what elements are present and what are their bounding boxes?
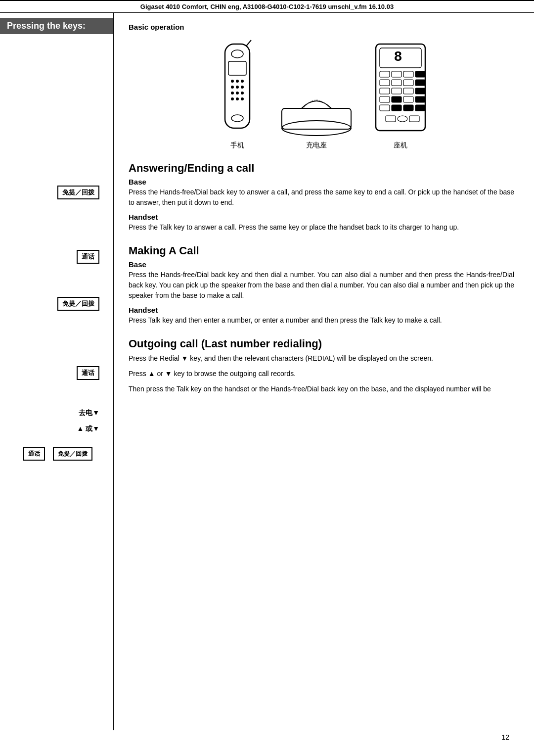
- svg-point-14: [241, 97, 244, 100]
- making-call-section: Making A Call Base Press the Hands-free/…: [129, 244, 514, 326]
- outgoing-label1: 去电▼: [79, 409, 106, 418]
- base-label: 座机: [394, 141, 407, 150]
- left-column: Pressing the keys: 免提／回拨 通话 免提／回拨: [0, 13, 114, 730]
- svg-rect-25: [415, 71, 425, 77]
- svg-rect-39: [392, 105, 401, 111]
- svg-rect-43: [398, 116, 407, 122]
- section-title: Pressing the keys:: [0, 18, 113, 34]
- answer-handset-key-container: 通话: [0, 247, 113, 267]
- svg-rect-30: [380, 88, 390, 94]
- svg-rect-22: [380, 71, 390, 77]
- header-text: Gigaset 4010 Comfort, CHIN eng, A31008-G…: [140, 3, 394, 10]
- svg-rect-27: [392, 80, 401, 86]
- making-handset-key: 通话: [77, 366, 99, 380]
- handset-svg: [213, 39, 262, 138]
- outgoing-text1: Press the Redial ▼ key, and then the rel…: [129, 353, 514, 364]
- svg-rect-34: [380, 96, 390, 102]
- base-figure: 8: [371, 39, 430, 150]
- svg-rect-33: [415, 88, 425, 94]
- making-base-key-container: 免提／回拨: [0, 294, 113, 314]
- answer-base-key: 免提／回拨: [57, 186, 99, 199]
- svg-rect-24: [403, 71, 413, 77]
- svg-rect-18: [282, 108, 351, 129]
- answering-handset-label: Handset: [129, 213, 514, 221]
- svg-point-10: [236, 92, 239, 94]
- handset-label: 手机: [230, 141, 244, 150]
- svg-rect-23: [392, 71, 401, 77]
- svg-point-4: [236, 80, 239, 83]
- svg-point-15: [231, 115, 243, 122]
- svg-rect-2: [228, 61, 246, 75]
- outgoing-label2-container: ▲ 或▼: [0, 424, 113, 434]
- svg-rect-44: [409, 116, 419, 122]
- outgoing-label2: ▲ 或▼: [77, 425, 106, 433]
- svg-rect-36: [403, 96, 413, 102]
- base-svg: 8: [371, 39, 430, 138]
- charger-figure: 充电座: [277, 79, 356, 150]
- phone-images: 手机 充电座: [129, 39, 514, 150]
- svg-text:8: 8: [394, 48, 402, 64]
- outgoing-text2: Press ▲ or ▼ key to browse the outgoing …: [129, 369, 514, 379]
- making-base-text: Press the Hands-free/Dial back key and t…: [129, 270, 514, 301]
- svg-rect-37: [415, 96, 425, 102]
- answering-base-text: Press the Hands-free/Dial back key to an…: [129, 187, 514, 208]
- svg-rect-31: [392, 88, 401, 94]
- making-heading: Making A Call: [129, 244, 514, 257]
- basic-op-title: Basic operation: [129, 23, 514, 31]
- outgoing-text3: Then press the Talk key on the handset o…: [129, 384, 514, 394]
- right-column: Basic operation: [114, 13, 534, 730]
- svg-point-6: [231, 86, 234, 89]
- making-handset-label: Handset: [129, 306, 514, 314]
- charger-svg: [277, 79, 356, 138]
- svg-point-13: [236, 97, 239, 100]
- svg-rect-42: [386, 116, 396, 122]
- outgoing-label1-container: 去电▼: [0, 408, 113, 419]
- svg-point-8: [241, 86, 244, 89]
- main-layout: Pressing the keys: 免提／回拨 通话 免提／回拨: [0, 13, 534, 730]
- svg-rect-32: [403, 88, 413, 94]
- answer-handset-key: 通话: [77, 250, 99, 264]
- svg-rect-40: [403, 105, 413, 111]
- outgoing-keys-row-container: 通话 免提／回拨: [0, 444, 113, 464]
- outgoing-heading: Outgoing call (Last number redialing): [129, 337, 514, 350]
- outgoing-talk-key: 通话: [23, 447, 45, 461]
- svg-point-1: [231, 50, 243, 58]
- svg-rect-29: [415, 80, 425, 86]
- svg-rect-26: [380, 80, 390, 86]
- making-base-key: 免提／回拨: [57, 297, 99, 311]
- answering-section: Answering/Ending a call Base Press the H…: [129, 162, 514, 233]
- outgoing-handsfreedial-key: 免提／回拨: [53, 447, 92, 461]
- svg-point-5: [241, 80, 244, 83]
- svg-point-9: [231, 92, 234, 94]
- handset-figure: 手机: [213, 39, 262, 150]
- making-base-label: Base: [129, 260, 514, 269]
- svg-point-3: [231, 80, 234, 83]
- answering-handset-text: Press the Talk key to answer a call. Pre…: [129, 222, 514, 233]
- svg-point-7: [236, 86, 239, 89]
- answering-base-label: Base: [129, 178, 514, 186]
- page-number: 12: [501, 733, 509, 741]
- making-handset-key-container: 通话: [0, 363, 113, 383]
- answering-heading: Answering/Ending a call: [129, 162, 514, 175]
- svg-point-17: [282, 121, 351, 136]
- svg-rect-41: [415, 105, 425, 111]
- svg-point-11: [241, 92, 244, 94]
- page: Gigaset 4010 Comfort, CHIN eng, A31008-G…: [0, 0, 534, 756]
- svg-rect-28: [403, 80, 413, 86]
- svg-rect-35: [392, 96, 401, 102]
- answer-base-key-container: 免提／回拨: [0, 183, 113, 202]
- charger-label: 充电座: [306, 141, 327, 150]
- header-bar: Gigaset 4010 Comfort, CHIN eng, A31008-G…: [0, 0, 534, 13]
- making-handset-text: Press Talk key and then enter a number, …: [129, 315, 514, 326]
- svg-rect-38: [380, 105, 390, 111]
- svg-point-12: [231, 97, 234, 100]
- svg-line-16: [246, 40, 251, 46]
- outgoing-section: Outgoing call (Last number redialing) Pr…: [129, 337, 514, 394]
